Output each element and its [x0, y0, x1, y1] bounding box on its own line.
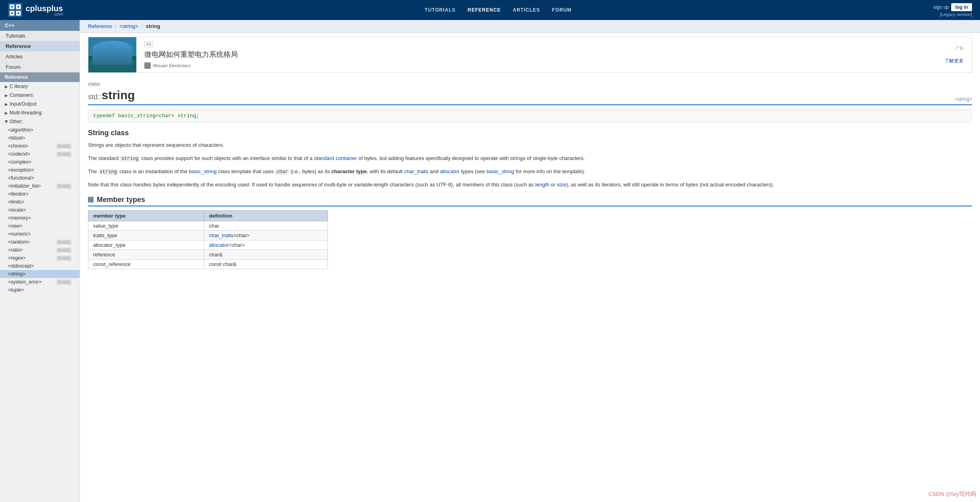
table-cell-const-reference: const_reference — [88, 259, 204, 269]
sidebar-section-other[interactable]: ▶ Other: — [0, 117, 80, 126]
sidebar-item-reference[interactable]: Reference — [0, 41, 80, 52]
member-types-header: Member types — [88, 196, 972, 206]
nav-forum[interactable]: FORUM — [552, 7, 572, 13]
sidebar-item-chrono[interactable]: <chrono>C++11 — [0, 142, 80, 150]
sidebar-item-forum[interactable]: Forum — [0, 62, 80, 72]
ad-learn-more-link[interactable]: 了解更多 — [944, 58, 964, 64]
link-char-traits[interactable]: char_traits — [209, 232, 234, 238]
breadcrumb-string-header[interactable]: <string> — [120, 23, 138, 29]
para3-end: for more info on the template). — [514, 168, 585, 174]
para2-link-standard-container[interactable]: standard container — [314, 155, 357, 161]
table-cell-value-type-def: char — [204, 221, 327, 230]
sidebar-item-complex[interactable]: <complex> — [0, 158, 80, 166]
para2-code: string — [120, 156, 140, 162]
section-title: String class — [88, 129, 972, 137]
sidebar-section-other-label: Other: — [10, 119, 23, 124]
sidebar-item-functional[interactable]: <functional> — [0, 174, 80, 182]
nav-articles[interactable]: ARTICLES — [513, 7, 540, 13]
badge-codecvt: C++11 — [56, 152, 72, 157]
nav-tutorials[interactable]: TUTORIALS — [425, 7, 455, 13]
para2-before: The standard — [88, 155, 120, 161]
sidebar-section-inputoutput-label: Input/Output: — [10, 101, 37, 107]
arrow-containers: ▶ — [5, 93, 8, 98]
para3-mid2: class template that uses — [217, 168, 275, 174]
class-label: class — [88, 81, 972, 87]
sidebar-item-initializer-list[interactable]: <initializer_list>C++11 — [0, 182, 80, 190]
table-row: value_type char — [88, 221, 328, 230]
sidebar-item-bitset[interactable]: <bitset> — [0, 134, 80, 142]
svg-rect-8 — [18, 12, 19, 14]
sidebar-item-algorithm[interactable]: <algorithm> — [0, 126, 80, 134]
sidebar-item-articles[interactable]: Articles — [0, 52, 80, 62]
sidebar-section-clibrary[interactable]: ▶ C library: — [0, 82, 80, 91]
para4-link-size[interactable]: size — [557, 182, 566, 188]
breadcrumb-current: string — [146, 23, 160, 29]
sidebar-item-iterator[interactable]: <iterator> — [0, 190, 80, 198]
sidebar-item-locale[interactable]: <locale> — [0, 206, 80, 214]
sidebar-item-new[interactable]: <new> — [0, 222, 80, 230]
svg-point-15 — [105, 47, 112, 54]
log-in-button[interactable]: log in — [951, 3, 972, 11]
sidebar-item-string[interactable]: <string> — [0, 270, 80, 278]
para4-end: ), as well as its iterators, will still … — [566, 182, 774, 188]
paragraph-4: Note that this class handles bytes indep… — [88, 181, 972, 189]
page-title: string — [102, 88, 135, 102]
member-types-section: Member types member type definition valu… — [88, 196, 972, 269]
sidebar-item-regex[interactable]: <regex>C++11 — [0, 254, 80, 262]
sidebar-item-exception[interactable]: <exception> — [0, 166, 80, 174]
table-row: allocator_type allocator<char> — [88, 240, 328, 250]
para1-text: Strings are objects that represent seque… — [88, 142, 224, 148]
para3-link-allocator[interactable]: allocator — [440, 168, 459, 174]
legacy-link[interactable]: [Legacy version] — [940, 12, 972, 17]
breadcrumb: Reference : <string> : string — [80, 20, 980, 33]
auth-buttons: sign up log in — [933, 3, 972, 11]
sign-up-button[interactable]: sign up — [933, 4, 949, 10]
table-row: const_reference const char& — [88, 259, 328, 269]
main-content: Reference : <string> : string — [80, 20, 980, 502]
table-cell-reference: reference — [88, 250, 204, 259]
para3-mid1: class is an instantiation of the — [118, 168, 189, 174]
sidebar-item-random[interactable]: <random>C++11 — [0, 238, 80, 246]
para4-text: Note that this class handles bytes indep… — [88, 182, 535, 188]
badge-ratio: C++11 — [56, 248, 72, 253]
ad-banner: Ad 微电网如何重塑电力系统格局 Mouser Electronics 广告 了… — [88, 37, 972, 73]
svg-point-16 — [113, 49, 120, 55]
sidebar-item-codecvt[interactable]: <codecvt>C++11 — [0, 150, 80, 158]
sidebar-ref-header: Reference — [0, 72, 80, 82]
para3-link-basic-string[interactable]: basic_string — [189, 168, 216, 174]
sidebar-item-system-error[interactable]: <system_error>C++11 — [0, 278, 80, 286]
sidebar-item-memory[interactable]: <memory> — [0, 214, 80, 222]
breadcrumb-reference[interactable]: Reference — [88, 23, 112, 29]
ad-image-svg — [88, 37, 136, 73]
ad-corner-label: 广告 — [956, 46, 964, 51]
sidebar-item-tuple[interactable]: <tuple> — [0, 286, 80, 294]
sidebar-section-containers[interactable]: ▶ Containers: — [0, 91, 80, 100]
para4-link-length[interactable]: length — [535, 182, 549, 188]
table-cell-reference-def: char& — [204, 250, 327, 259]
nav-reference[interactable]: REFERENCE — [468, 7, 501, 13]
sidebar-item-ratio[interactable]: <ratio>C++11 — [0, 246, 80, 254]
sidebar-section-multithreading[interactable]: ▶ Multi-threading: — [0, 108, 80, 117]
breadcrumb-sep2: : — [141, 23, 144, 29]
sidebar-item-limits[interactable]: <limits> — [0, 198, 80, 206]
sidebar-item-stdexcept[interactable]: <stdexcept> — [0, 262, 80, 270]
para2-after: class provides support for such objects … — [140, 155, 314, 161]
logo-text-block: cplusplus .com — [26, 4, 63, 16]
para4-mid: or — [549, 182, 557, 188]
sidebar-section-inputoutput[interactable]: ▶ Input/Output: — [0, 100, 80, 108]
para3-code1: string — [98, 169, 118, 175]
table-row: traits_type char_traits<char> — [88, 230, 328, 240]
logo-area[interactable]: cplusplus .com — [8, 3, 63, 17]
sidebar-item-numeric[interactable]: <numeric> — [0, 230, 80, 238]
link-allocator[interactable]: allocator — [209, 242, 229, 248]
paragraph-1: Strings are objects that represent seque… — [88, 141, 972, 150]
ad-label: Ad — [144, 41, 153, 47]
ad-brand-name: Mouser Electronics — [153, 63, 191, 68]
para3-link-char-traits[interactable]: char_traits — [404, 168, 429, 174]
page-title-header: std::string <string> — [88, 88, 972, 105]
sidebar-item-tutorials[interactable]: Tutorials — [0, 31, 80, 41]
para3-code2: char — [275, 169, 289, 175]
para3-link-basic-string-2[interactable]: basic_string — [487, 168, 514, 174]
arrow-inputoutput: ▶ — [5, 102, 8, 106]
member-types-icon — [88, 197, 94, 202]
